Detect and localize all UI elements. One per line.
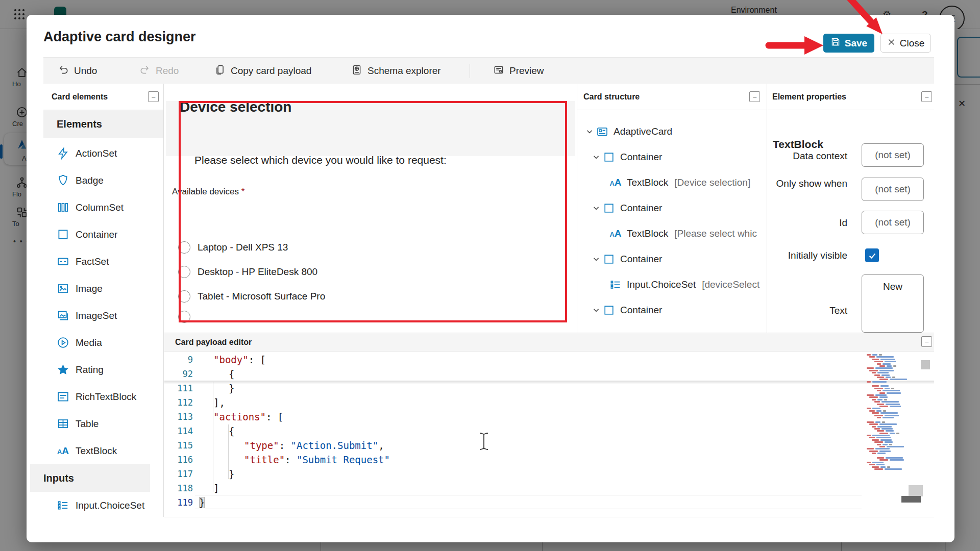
choice-option[interactable]: Tablet - Microsoft Surface Pro	[178, 290, 325, 303]
element-properties-title: Element properties	[772, 84, 846, 110]
card-title[interactable]: Device selection	[180, 99, 291, 115]
code-line-118[interactable]: 118]	[164, 481, 934, 495]
scrollbar-corner	[909, 485, 923, 496]
element-item-rating[interactable]: Rating	[43, 356, 163, 383]
tree-node-container[interactable]: Container	[577, 246, 767, 272]
choice-option[interactable]: Desktop - HP EliteDesk 800	[178, 266, 317, 278]
divider	[767, 110, 934, 110]
element-item-imageset[interactable]: ImageSet	[43, 302, 163, 329]
container-icon	[603, 253, 615, 265]
tree-node-container[interactable]: Container	[577, 144, 767, 170]
collapse-card-structure-icon[interactable]: −	[749, 91, 760, 102]
divider	[767, 84, 767, 333]
code-editor[interactable]: 9"body": [92{111}112],113"actions": [114…	[164, 352, 934, 517]
radio-icon[interactable]	[178, 290, 190, 303]
chevron-down-icon[interactable]	[591, 254, 601, 264]
code-line-112[interactable]: 112],	[164, 395, 934, 410]
only-show-when-label: Only show when	[771, 178, 847, 189]
media-icon	[57, 336, 69, 349]
code-line-9[interactable]: 9"body": [	[164, 353, 934, 367]
columnset-icon	[57, 201, 69, 214]
code-line-92[interactable]: 92{	[164, 367, 934, 381]
table-icon	[57, 417, 69, 430]
close-button[interactable]: Close	[880, 34, 931, 53]
code-line-117[interactable]: 117}	[164, 467, 934, 481]
tree-node-adaptivecard[interactable]: AdaptiveCard	[577, 119, 767, 144]
schema-explorer-icon	[351, 64, 362, 78]
line-number: 112	[164, 397, 193, 408]
preview-button[interactable]: Preview	[493, 58, 544, 84]
radio-icon[interactable]	[178, 266, 190, 278]
card-structure-title: Card structure	[583, 84, 640, 110]
toolbar-divider	[470, 64, 470, 78]
element-item-textblock[interactable]: AATextBlock	[43, 437, 163, 464]
chevron-down-icon[interactable]	[591, 203, 601, 213]
element-item-image[interactable]: Image	[43, 275, 163, 302]
id-input[interactable]: (not set)	[862, 211, 924, 234]
collapse-card-elements-icon[interactable]: −	[148, 91, 159, 102]
collapse-element-properties-icon[interactable]: −	[921, 91, 932, 102]
initially-visible-checkbox[interactable]	[865, 248, 879, 262]
tree-node-textblock[interactable]: AATextBlock[Please select whic	[577, 221, 767, 246]
card-field-label[interactable]: Available devices *	[172, 187, 244, 197]
element-item-container[interactable]: Container	[43, 221, 163, 248]
choiceset-icon	[57, 499, 69, 512]
choice-option[interactable]: Laptop - Dell XPS 13	[178, 241, 288, 254]
element-item-richtextblock[interactable]: RichTextBlock	[43, 383, 163, 410]
line-number: 116	[164, 455, 193, 465]
check-icon	[868, 251, 877, 260]
minimap[interactable]	[865, 352, 916, 485]
line-number: 92	[164, 369, 193, 379]
initially-visible-label: Initially visible	[771, 250, 847, 261]
line-number: 9	[164, 355, 193, 365]
save-button[interactable]: Save	[823, 34, 874, 53]
screen: Environment ⚙ ? E HoCreAgFloTo • • • ✕ A…	[0, 0, 980, 551]
container-icon	[603, 151, 615, 163]
indent-guide	[213, 382, 213, 492]
chevron-down-icon[interactable]	[584, 127, 595, 137]
code-line-113[interactable]: 113"actions": [	[164, 410, 934, 424]
text-value-input[interactable]: New	[862, 274, 924, 333]
element-item-media[interactable]: Media	[43, 329, 163, 356]
selected-element-type: TextBlock	[773, 138, 823, 151]
copy-card-payload-button[interactable]: Copy card payload	[214, 58, 311, 84]
horizontal-scrollbar[interactable]	[901, 496, 921, 503]
element-item-badge[interactable]: Badge	[43, 167, 163, 194]
element-item-columnset[interactable]: ColumnSet	[43, 194, 163, 221]
elements-section-header[interactable]: Elements	[43, 110, 163, 138]
data-context-input[interactable]: (not set)	[862, 143, 924, 167]
inputs-section-header[interactable]: Inputs	[30, 464, 150, 492]
chevron-down-icon[interactable]	[591, 152, 601, 162]
container-icon	[603, 304, 615, 316]
tree-node-container[interactable]: Container	[577, 195, 767, 221]
tree-node-container[interactable]: Container	[577, 297, 767, 323]
redo-button[interactable]: Redo	[139, 58, 179, 84]
data-context-label: Data context	[771, 151, 847, 162]
element-item-table[interactable]: Table	[43, 410, 163, 437]
line-number: 117	[164, 469, 193, 479]
tree-node-textblock[interactable]: AATextBlock[Device selection]	[577, 170, 767, 195]
card-prompt-text[interactable]: Please select which device you would lik…	[194, 154, 447, 166]
element-item-factset[interactable]: FactSet	[43, 248, 163, 275]
line-number: 114	[164, 426, 193, 436]
only-show-when-input[interactable]: (not set)	[862, 178, 924, 201]
container-icon	[57, 228, 69, 241]
line-number: 119	[164, 497, 193, 508]
id-label: Id	[771, 217, 847, 229]
undo-button[interactable]: Undo	[58, 58, 97, 84]
schema-explorer-button[interactable]: Schema explorer	[351, 58, 441, 84]
element-item-input.choiceset[interactable]: Input.ChoiceSet	[43, 492, 163, 519]
code-line-114[interactable]: 114{	[164, 424, 934, 438]
code-line-116[interactable]: 116"title": "Submit Request"	[164, 453, 934, 467]
element-item-actionset[interactable]: ActionSet	[43, 140, 163, 167]
chevron-down-icon[interactable]	[591, 305, 601, 315]
required-marker: *	[241, 187, 245, 196]
tree-node-input.choiceset[interactable]: Input.ChoiceSet[deviceSelect	[577, 272, 767, 297]
radio-icon[interactable]	[178, 311, 190, 323]
code-line-115[interactable]: 115"type": "Action.Submit",	[164, 438, 934, 453]
collapse-payload-editor-icon[interactable]: −	[921, 336, 932, 347]
vertical-scrollbar[interactable]	[921, 360, 930, 369]
radio-icon[interactable]	[178, 241, 190, 254]
actionset-icon	[57, 147, 69, 160]
tree-node-detail: [Please select whic	[674, 228, 757, 239]
